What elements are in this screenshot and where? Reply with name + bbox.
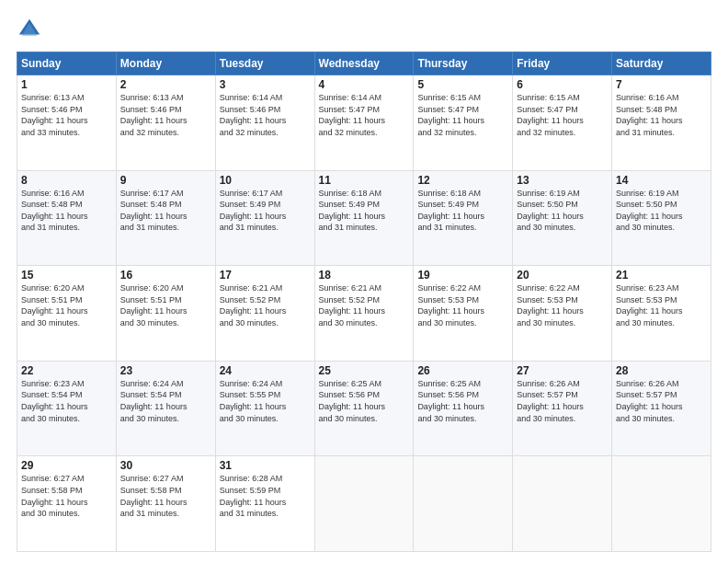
cell-info: Sunrise: 6:13 AMSunset: 5:46 PMDaylight:… [21, 93, 88, 137]
cell-info: Sunrise: 6:25 AMSunset: 5:56 PMDaylight:… [417, 379, 484, 423]
calendar-cell: 17Sunrise: 6:21 AMSunset: 5:52 PMDayligh… [215, 266, 314, 362]
calendar-week-row: 22Sunrise: 6:23 AMSunset: 5:54 PMDayligh… [17, 361, 711, 456]
calendar-cell: 21Sunrise: 6:23 AMSunset: 5:53 PMDayligh… [612, 266, 711, 362]
day-number: 29 [21, 459, 112, 472]
day-header: Thursday [414, 52, 513, 75]
cell-info: Sunrise: 6:23 AMSunset: 5:53 PMDaylight:… [616, 283, 683, 327]
calendar-table: SundayMondayTuesdayWednesdayThursdayFrid… [17, 52, 711, 552]
cell-info: Sunrise: 6:24 AMSunset: 5:55 PMDaylight:… [220, 379, 287, 423]
day-header: Tuesday [215, 52, 314, 75]
cell-info: Sunrise: 6:23 AMSunset: 5:54 PMDaylight:… [21, 379, 88, 423]
day-number: 12 [417, 174, 508, 187]
cell-info: Sunrise: 6:27 AMSunset: 5:58 PMDaylight:… [120, 474, 188, 518]
cell-info: Sunrise: 6:20 AMSunset: 5:51 PMDaylight:… [120, 283, 188, 327]
day-number: 19 [417, 269, 508, 282]
day-number: 20 [517, 269, 608, 282]
calendar-cell: 26Sunrise: 6:25 AMSunset: 5:56 PMDayligh… [414, 361, 513, 456]
calendar-cell: 22Sunrise: 6:23 AMSunset: 5:54 PMDayligh… [17, 361, 117, 456]
calendar-cell: 15Sunrise: 6:20 AMSunset: 5:51 PMDayligh… [17, 266, 117, 362]
calendar-cell: 10Sunrise: 6:17 AMSunset: 5:49 PMDayligh… [215, 170, 314, 266]
day-header: Wednesday [314, 52, 414, 75]
cell-info: Sunrise: 6:27 AMSunset: 5:58 PMDaylight:… [21, 474, 88, 518]
calendar-cell: 8Sunrise: 6:16 AMSunset: 5:48 PMDaylight… [17, 170, 117, 266]
day-number: 10 [220, 174, 311, 187]
calendar-cell: 18Sunrise: 6:21 AMSunset: 5:52 PMDayligh… [314, 266, 414, 362]
cell-info: Sunrise: 6:18 AMSunset: 5:49 PMDaylight:… [417, 189, 484, 233]
day-number: 18 [319, 269, 410, 282]
day-number: 22 [21, 364, 112, 377]
day-number: 27 [517, 364, 608, 377]
calendar-cell: 14Sunrise: 6:19 AMSunset: 5:50 PMDayligh… [612, 170, 711, 266]
calendar-cell: 12Sunrise: 6:18 AMSunset: 5:49 PMDayligh… [414, 170, 513, 266]
calendar-cell: 24Sunrise: 6:24 AMSunset: 5:55 PMDayligh… [215, 361, 314, 456]
cell-info: Sunrise: 6:13 AMSunset: 5:46 PMDaylight:… [120, 93, 188, 137]
day-number: 6 [517, 78, 608, 91]
calendar-cell: 1Sunrise: 6:13 AMSunset: 5:46 PMDaylight… [17, 75, 117, 171]
day-number: 4 [319, 78, 410, 91]
day-header: Sunday [17, 52, 117, 75]
cell-info: Sunrise: 6:19 AMSunset: 5:50 PMDaylight:… [616, 189, 683, 233]
calendar-cell: 9Sunrise: 6:17 AMSunset: 5:48 PMDaylight… [116, 170, 215, 266]
cell-info: Sunrise: 6:16 AMSunset: 5:48 PMDaylight:… [21, 189, 88, 233]
day-number: 17 [220, 269, 311, 282]
day-number: 23 [120, 364, 211, 377]
calendar-cell: 16Sunrise: 6:20 AMSunset: 5:51 PMDayligh… [116, 266, 215, 362]
cell-info: Sunrise: 6:22 AMSunset: 5:53 PMDaylight:… [417, 283, 484, 327]
day-number: 24 [220, 364, 311, 377]
cell-info: Sunrise: 6:18 AMSunset: 5:49 PMDaylight:… [319, 189, 386, 233]
page: SundayMondayTuesdayWednesdayThursdayFrid… [0, 0, 728, 563]
cell-info: Sunrise: 6:15 AMSunset: 5:47 PMDaylight:… [517, 93, 584, 137]
calendar-header-row: SundayMondayTuesdayWednesdayThursdayFrid… [17, 52, 711, 75]
day-number: 30 [120, 459, 211, 472]
calendar-cell: 23Sunrise: 6:24 AMSunset: 5:54 PMDayligh… [116, 361, 215, 456]
day-number: 28 [616, 364, 707, 377]
cell-info: Sunrise: 6:24 AMSunset: 5:54 PMDaylight:… [120, 379, 188, 423]
calendar-cell: 25Sunrise: 6:25 AMSunset: 5:56 PMDayligh… [314, 361, 414, 456]
day-number: 25 [319, 364, 410, 377]
header [17, 17, 711, 42]
day-header: Saturday [612, 52, 711, 75]
calendar-cell: 20Sunrise: 6:22 AMSunset: 5:53 PMDayligh… [513, 266, 612, 362]
calendar-cell: 5Sunrise: 6:15 AMSunset: 5:47 PMDaylight… [414, 75, 513, 171]
calendar-week-row: 15Sunrise: 6:20 AMSunset: 5:51 PMDayligh… [17, 266, 711, 362]
cell-info: Sunrise: 6:15 AMSunset: 5:47 PMDaylight:… [417, 93, 484, 137]
day-number: 8 [21, 174, 112, 187]
logo-icon [17, 17, 42, 42]
calendar-cell: 13Sunrise: 6:19 AMSunset: 5:50 PMDayligh… [513, 170, 612, 266]
calendar-cell: 4Sunrise: 6:14 AMSunset: 5:47 PMDaylight… [314, 75, 414, 171]
cell-info: Sunrise: 6:17 AMSunset: 5:49 PMDaylight:… [220, 189, 287, 233]
calendar-cell: 29Sunrise: 6:27 AMSunset: 5:58 PMDayligh… [17, 456, 117, 552]
cell-info: Sunrise: 6:25 AMSunset: 5:56 PMDaylight:… [319, 379, 386, 423]
day-number: 2 [120, 78, 211, 91]
calendar-cell [414, 456, 513, 552]
cell-info: Sunrise: 6:28 AMSunset: 5:59 PMDaylight:… [220, 474, 287, 518]
day-number: 26 [417, 364, 508, 377]
day-number: 1 [21, 78, 112, 91]
calendar-cell: 28Sunrise: 6:26 AMSunset: 5:57 PMDayligh… [612, 361, 711, 456]
cell-info: Sunrise: 6:20 AMSunset: 5:51 PMDaylight:… [21, 283, 88, 327]
cell-info: Sunrise: 6:21 AMSunset: 5:52 PMDaylight:… [220, 283, 287, 327]
cell-info: Sunrise: 6:26 AMSunset: 5:57 PMDaylight:… [517, 379, 584, 423]
cell-info: Sunrise: 6:17 AMSunset: 5:48 PMDaylight:… [120, 189, 188, 233]
day-number: 7 [616, 78, 707, 91]
calendar-week-row: 29Sunrise: 6:27 AMSunset: 5:58 PMDayligh… [17, 456, 711, 552]
calendar-cell: 31Sunrise: 6:28 AMSunset: 5:59 PMDayligh… [215, 456, 314, 552]
cell-info: Sunrise: 6:26 AMSunset: 5:57 PMDaylight:… [616, 379, 683, 423]
calendar-cell [314, 456, 414, 552]
calendar-cell: 7Sunrise: 6:16 AMSunset: 5:48 PMDaylight… [612, 75, 711, 171]
day-number: 9 [120, 174, 211, 187]
calendar-week-row: 1Sunrise: 6:13 AMSunset: 5:46 PMDaylight… [17, 75, 711, 171]
calendar-cell: 27Sunrise: 6:26 AMSunset: 5:57 PMDayligh… [513, 361, 612, 456]
cell-info: Sunrise: 6:22 AMSunset: 5:53 PMDaylight:… [517, 283, 584, 327]
cell-info: Sunrise: 6:21 AMSunset: 5:52 PMDaylight:… [319, 283, 386, 327]
day-number: 11 [319, 174, 410, 187]
day-number: 13 [517, 174, 608, 187]
cell-info: Sunrise: 6:14 AMSunset: 5:46 PMDaylight:… [220, 93, 287, 137]
calendar-cell [513, 456, 612, 552]
day-header: Monday [116, 52, 215, 75]
day-number: 21 [616, 269, 707, 282]
calendar-cell: 6Sunrise: 6:15 AMSunset: 5:47 PMDaylight… [513, 75, 612, 171]
logo [17, 17, 44, 42]
calendar-cell: 19Sunrise: 6:22 AMSunset: 5:53 PMDayligh… [414, 266, 513, 362]
day-number: 14 [616, 174, 707, 187]
